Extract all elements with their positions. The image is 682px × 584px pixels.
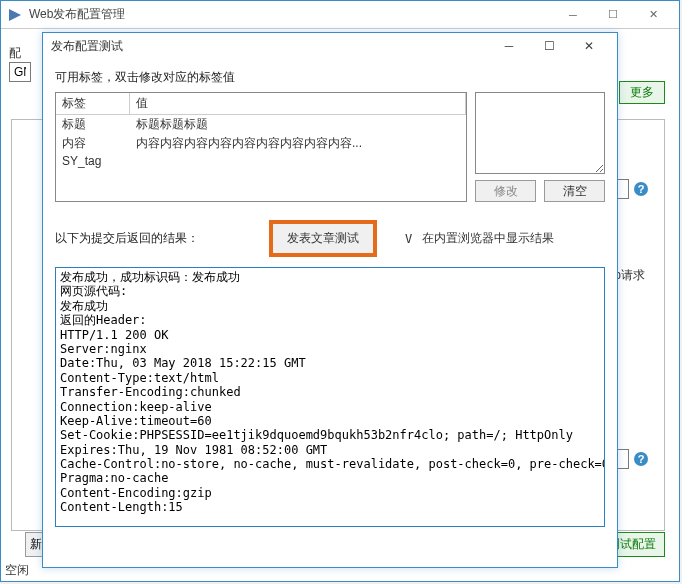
help-icon-2[interactable]: ?: [633, 451, 649, 467]
cell-value: 内容内容内容内容内容内容内容内容内容...: [130, 134, 466, 153]
parent-maximize-button[interactable]: ☐: [593, 2, 633, 28]
cell-value: 标题标题标题: [130, 115, 466, 134]
cell-tag: 标题: [56, 115, 130, 134]
tags-table[interactable]: 标签 值 标题 标题标题标题 内容 内容内容内容内容内容内容内容内容内容... …: [55, 92, 467, 202]
cell-tag: 内容: [56, 134, 130, 153]
modal-titlebar: 发布配置测试 ─ ☐ ✕: [43, 33, 617, 59]
table-row[interactable]: 标题 标题标题标题: [56, 115, 466, 134]
gnu-input[interactable]: [9, 62, 31, 82]
parent-minimize-button[interactable]: ─: [553, 2, 593, 28]
modal-dialog: 发布配置测试 ─ ☐ ✕ 可用标签，双击修改对应的标签值 标签 值 标题 标题标…: [42, 32, 618, 568]
th-value: 值: [130, 93, 466, 115]
help-icon[interactable]: ?: [633, 181, 649, 197]
more-button[interactable]: 更多: [619, 81, 665, 104]
cell-tag: SY_tag: [56, 153, 130, 169]
parent-titlebar: Web发布配置管理 ─ ☐ ✕: [1, 1, 679, 29]
table-row[interactable]: SY_tag: [56, 153, 466, 169]
new-button[interactable]: 新: [25, 532, 43, 557]
parent-close-button[interactable]: ✕: [633, 2, 673, 28]
app-icon: [7, 7, 23, 23]
table-row[interactable]: 内容 内容内容内容内容内容内容内容内容内容...: [56, 134, 466, 153]
svg-text:?: ?: [638, 453, 645, 465]
show-browser-label: 在内置浏览器中显示结果: [422, 230, 554, 247]
tag-value-textarea[interactable]: [475, 92, 605, 174]
parent-title: Web发布配置管理: [29, 6, 553, 23]
hint-text: 可用标签，双击修改对应的标签值: [55, 69, 605, 86]
cell-value: [130, 153, 466, 169]
show-browser-checkbox[interactable]: 在内置浏览器中显示结果: [405, 230, 554, 247]
th-tag: 标签: [56, 93, 130, 115]
modify-button[interactable]: 修改: [475, 180, 536, 202]
result-label: 以下为提交后返回的结果：: [55, 230, 199, 247]
status-bar: 空闲: [5, 562, 29, 579]
modal-close-button[interactable]: ✕: [575, 37, 603, 55]
result-output[interactable]: 发布成功，成功标识码：发布成功 网页源代码: 发布成功 返回的Header: H…: [55, 267, 605, 527]
modal-minimize-button[interactable]: ─: [495, 37, 523, 55]
publish-test-button[interactable]: 发表文章测试: [269, 220, 377, 257]
clear-button[interactable]: 清空: [544, 180, 605, 202]
svg-text:?: ?: [638, 183, 645, 195]
checkbox-icon: [405, 232, 416, 246]
config-label: 配: [9, 45, 21, 62]
modal-maximize-button[interactable]: ☐: [535, 37, 563, 55]
modal-title: 发布配置测试: [51, 38, 495, 55]
